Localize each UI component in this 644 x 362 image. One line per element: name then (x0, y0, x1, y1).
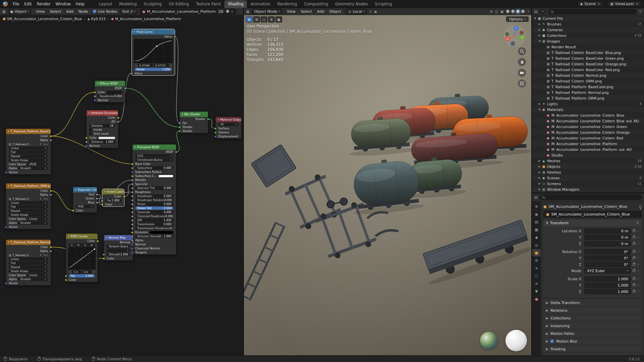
pan-hand-icon[interactable] (518, 58, 526, 66)
node-socket[interactable] (131, 223, 133, 226)
node-slider-samples[interactable]: Samples16 (87, 124, 118, 128)
select-circle-tool[interactable]: ○ (261, 16, 267, 22)
node-prop-alpha[interactable]: AlphaStraight▾ (6, 221, 51, 225)
node-header-rgb-curves[interactable]: ▾RGB Curves (66, 234, 98, 239)
collapse-arrow-icon[interactable]: ▾ (134, 31, 135, 33)
node-dropdown-christensen-burley[interactable]: Christensen-Burley▾ (132, 158, 176, 162)
wireframe-shading-icon[interactable] (506, 9, 510, 14)
navigation-gizmo[interactable]: ZYX (502, 24, 527, 48)
breadcrumb-item-material[interactable]: ●M_Accumulator_Locomotive_Platform (111, 17, 181, 21)
node-socket[interactable] (50, 135, 52, 137)
slider-field[interactable]: Strength1.000 (107, 253, 130, 256)
tab-geometry-nodes[interactable]: Geometry Nodes (332, 0, 371, 8)
unlink-image-icon[interactable]: × (46, 197, 48, 200)
properties-tab-object[interactable]: ■ (532, 249, 541, 256)
node-header-tex-basecolor[interactable]: ▾T_Railroad_Platform_BaseColor.png (6, 129, 51, 134)
viewport-canvas[interactable]: ➤ ⊞ ○ ⊕ ▦ Options ▾ User Perspective (0)… (244, 15, 531, 355)
disclosure-right-icon[interactable]: ▶ (538, 188, 541, 191)
dropdown-field[interactable]: Linear▾ (9, 201, 48, 204)
disclosure-right-icon[interactable]: ▶ (538, 23, 541, 25)
outliner-row-images[interactable]: ▼▨Images (532, 38, 644, 44)
outliner-row-m-accumulator-locomotive-cistern-blue[interactable]: ●M_Accumulator_Locomotive_Cistern_Blue (532, 112, 644, 118)
properties-tab-tool[interactable]: ⚙ (532, 203, 541, 210)
node-socket[interactable] (178, 122, 181, 124)
node-slider-sheen[interactable]: Sheen0.000 (132, 202, 176, 206)
node-dropdown-repeat[interactable]: Repeat▾ (6, 265, 51, 269)
panel-menu-icon[interactable]: ☰ (636, 221, 639, 225)
dropdown-field[interactable]: Single Image▾ (9, 213, 48, 217)
shader-editor-type-icon[interactable]: ▦ (2, 10, 5, 13)
browse-image-icon[interactable]: ▾ (44, 197, 45, 200)
outliner-display-mode-dropdown[interactable]: ▾ (540, 9, 546, 13)
node-socket[interactable] (96, 193, 98, 196)
slider-field[interactable]: Samples16 (89, 124, 115, 127)
tab-uv-editing[interactable]: UV Editing (165, 0, 192, 8)
node-socket[interactable] (131, 251, 133, 254)
node-socket[interactable] (131, 171, 133, 173)
outliner-row-t-railroad-cistern-normal-png[interactable]: ▨T_Railroad_Cistern_Normal.png (532, 72, 644, 78)
value-field[interactable]: 0° (584, 249, 631, 254)
slider-field[interactable]: Anisotropic Rotation0.000 (135, 198, 173, 202)
node-socket[interactable] (131, 167, 133, 169)
node-prop-color-space[interactable]: Color SpaceLinear▾ (6, 273, 51, 277)
node-socket[interactable] (131, 187, 133, 189)
node-invert-color[interactable]: ▾Invert ColorColorFac1.000Color (102, 189, 124, 207)
move-tool[interactable]: ▦ (275, 16, 282, 22)
menu-object[interactable]: Object (327, 9, 344, 14)
node-socket[interactable] (50, 250, 52, 252)
breadcrumb-item-object[interactable]: ■SM_Accumulator_Locomotive_Cistern_Blue (3, 17, 82, 21)
node-mix-shader[interactable]: ▾Mix ShaderShaderFacShaderShader (179, 111, 208, 133)
node-dropdown-item[interactable]: ▾ (104, 248, 133, 252)
cursor-tool[interactable]: ⊕ (268, 16, 275, 22)
dropdown-field[interactable]: Repeat▾ (9, 209, 48, 213)
node-socket[interactable] (50, 190, 52, 192)
node-socket[interactable] (96, 201, 98, 204)
node-socket[interactable] (97, 240, 99, 242)
node-dropdown-flat[interactable]: Flat▾ (6, 150, 51, 154)
outliner-row-m-accumulator-locomotive-cistern-blue-out-ao[interactable]: ●M_Accumulator_Locomotive_Cistern_Blue_o… (532, 118, 644, 124)
mode-dropdown[interactable]: XYZ Euler▾ (584, 268, 631, 274)
node-color-color[interactable]: Color (95, 90, 125, 94)
material-preview-shading-icon[interactable] (516, 9, 520, 14)
node-socket[interactable] (131, 247, 133, 250)
point-x-field[interactable]: 1.0 (72, 270, 81, 274)
node-slider-fac[interactable]: Fac1.000 (102, 198, 124, 202)
material-users-count[interactable]: 15 (217, 10, 224, 13)
dropdown-field[interactable]: GGX▾ (135, 154, 173, 158)
transform-panel-header[interactable]: ▼ Transform ☰ (543, 220, 642, 226)
properties-tab-world[interactable]: ◎ (532, 241, 541, 249)
tab-texture-paint[interactable]: Texture Paint (193, 0, 224, 8)
select-box-tool[interactable]: ⊞ (253, 16, 260, 22)
platform-cart[interactable] (314, 199, 378, 261)
unlink-image-icon[interactable]: × (46, 143, 48, 146)
node-slider-anisotropic-rotation[interactable]: Anisotropic Rotation0.000 (132, 198, 176, 202)
image-users-count[interactable]: 2 (39, 143, 42, 145)
prop-dropdown[interactable]: Straight▾ (18, 221, 48, 225)
node-float-curve[interactable]: ▾Float CurveValue∿0.373060.57721×Factor1… (131, 29, 175, 76)
node-slider-clearcoat[interactable]: Clearcoat0.000 (132, 210, 176, 214)
collapse-arrow-icon[interactable]: ▾ (75, 188, 76, 191)
disclosure-down-icon[interactable]: ▼ (538, 40, 541, 43)
lock-icon[interactable] (633, 263, 635, 265)
slider-field[interactable]: Fac1.000 (105, 199, 121, 202)
section-relations[interactable]: ▶Relations (543, 307, 642, 314)
node-socket[interactable] (5, 282, 7, 285)
value-field[interactable]: 0 m (584, 241, 631, 246)
prop-dropdown[interactable]: Linear▾ (27, 217, 48, 221)
dropdown-field[interactable]: Single Image▾ (9, 159, 48, 162)
node-color-color[interactable]: Color (87, 136, 118, 140)
unlink-image-icon[interactable]: × (46, 254, 48, 257)
dropdown-field[interactable]: Flat▾ (9, 150, 48, 154)
node-socket[interactable] (131, 219, 133, 222)
node-socket[interactable] (207, 118, 209, 120)
node-socket[interactable] (101, 199, 103, 202)
channel-g[interactable]: G (82, 243, 89, 247)
dropdown-field[interactable]: Linear▾ (9, 146, 48, 150)
slider-field[interactable]: Clearcoat Roughness0.000 (135, 215, 173, 218)
menu-select[interactable]: Select (48, 9, 64, 14)
outliner-row-m-accumulator-locomotive-cistern-red[interactable]: ●M_Accumulator_Locomotive_Cistern_Red (532, 135, 644, 141)
section-shading[interactable]: ▶Shading (543, 346, 642, 352)
animate-dot-icon[interactable]: • (637, 263, 640, 266)
overlays-icon[interactable]: ◫ (495, 10, 498, 13)
node-header-mix-shader[interactable]: ▾Mix Shader (180, 112, 208, 117)
